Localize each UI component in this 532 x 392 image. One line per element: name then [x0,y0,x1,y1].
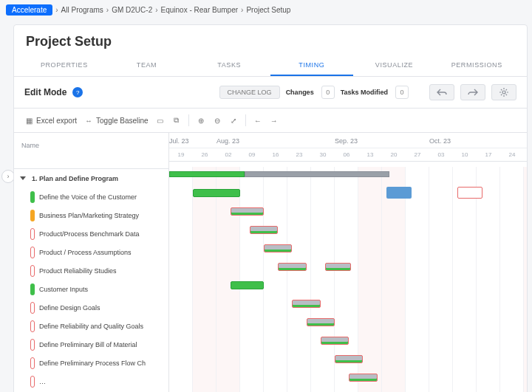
gantt-bar[interactable] [278,263,306,271]
collapse-icon[interactable] [20,176,26,180]
chevron-right-icon: › [155,6,157,14]
redo-button[interactable] [460,84,485,100]
gantt-area: Name 1. Plan and Define ProgramDefine th… [14,133,527,392]
toggle-baseline-label: Toggle Baseline [96,117,149,125]
milestone-marker[interactable] [386,187,412,199]
changes-label: Changes [286,89,314,96]
summary-bar-remaining[interactable] [245,171,389,177]
breadcrumb-item[interactable]: Equinox - Rear Bumper [161,6,239,14]
tab-properties[interactable]: PROPERTIES [23,55,106,76]
task-label: Product Reliability Studies [39,267,117,275]
status-pill [30,302,35,314]
info-icon[interactable]: ? [72,87,83,97]
page-title: Project Setup [14,25,527,55]
changes-count: 0 [321,86,335,99]
tasks-modified-count: 0 [395,86,409,99]
gantt-bar[interactable] [321,337,349,345]
breadcrumb-root[interactable]: Accelerate [6,4,52,16]
task-row[interactable]: Define the Voice of the Customer [14,188,168,206]
breadcrumb-item[interactable]: Project Setup [246,6,290,14]
excel-export-button[interactable]: ▦ Excel export [24,116,77,125]
tab-team[interactable]: TEAM [106,55,188,76]
task-row[interactable]: … [14,372,168,391]
task-label: Define Design Goals [39,304,100,312]
gantt-bar[interactable] [250,226,278,234]
day-label: 19 [169,148,193,161]
day-label: 27 [406,148,429,161]
gantt-bar[interactable] [231,281,264,289]
breadcrumb: Accelerate › All Programs › GM D2UC-2 › … [0,0,532,20]
month-label: Jul. 23 [169,133,216,148]
task-name-column: Name 1. Plan and Define ProgramDefine th… [14,133,169,392]
timeline-days: 1926020916233006132027031017240108 [169,148,527,162]
tabs: PROPERTIES TEAM TASKS TIMING VISUALIZE P… [14,55,527,77]
settings-button[interactable] [491,84,516,100]
go-prev-icon[interactable]: ← [253,116,262,125]
gantt-bar[interactable] [292,300,320,308]
chevron-right-icon: › [55,6,58,14]
task-row[interactable]: Customer Inputs [14,280,168,298]
zoom-out-icon[interactable]: ⊖ [213,116,222,125]
gantt-bar[interactable] [264,244,292,252]
timeline[interactable]: Jul. 23Aug. 23Sep. 23Oct. 23 19260209162… [169,133,527,392]
milestone-marker-outline[interactable] [457,187,482,199]
undo-button[interactable] [429,84,454,100]
toggle-baseline-button[interactable]: ↔ Toggle Baseline [84,116,149,125]
tab-permissions[interactable]: PERMISSIONS [435,55,518,76]
edit-mode-label: Edit Mode [24,87,66,97]
gantt-bar[interactable] [325,263,351,271]
task-row[interactable]: Business Plan/Marketing Strategy [14,206,168,224]
separator [245,114,246,126]
breadcrumb-item[interactable]: All Programs [61,6,103,14]
redo-icon [468,89,478,96]
month-label: Sep. 23 [335,133,429,148]
change-log-button[interactable]: CHANGE LOG [219,86,280,99]
task-row[interactable]: Product Reliability Studies [14,261,168,280]
day-label: 02 [216,148,240,161]
task-row[interactable]: Define Preliminary Process Flow Ch [14,354,168,372]
status-pill [30,210,35,221]
status-pill [30,357,35,369]
excel-export-label: Excel export [36,117,77,125]
separator [188,114,189,126]
tasks-modified-label: Tasks Modified [341,89,388,96]
task-label: … [39,378,46,385]
status-pill [30,247,35,258]
tab-visualize[interactable]: VISUALIZE [353,55,436,76]
zoom-in-icon[interactable]: ⊕ [197,116,205,125]
task-label: Product/Process Benchmark Data [39,230,140,238]
gantt-bar[interactable] [193,189,240,197]
status-pill [30,191,35,203]
day-label: 20 [382,148,406,161]
status-pill [30,339,35,351]
tab-timing[interactable]: TIMING [270,55,353,76]
task-label: Define Preliminary Bill of Material [39,341,137,348]
task-row-parent[interactable]: 1. Plan and Define Program [14,169,168,188]
day-label: 13 [358,148,382,161]
task-row[interactable]: Product / Process Assumptions [14,243,168,261]
task-row[interactable]: Define Design Goals [14,298,168,317]
status-pill [30,376,35,388]
gantt-bar[interactable] [231,207,264,216]
day-label: 30 [311,148,335,161]
excel-icon: ▦ [24,116,33,125]
task-row[interactable]: Product/Process Benchmark Data [14,224,168,243]
copy-icon[interactable]: ⧉ [172,116,181,125]
month-label: Oct. 23 [429,133,477,148]
gantt-bar[interactable] [307,318,335,326]
tab-tasks[interactable]: TASKS [188,55,270,76]
baseline-icon: ↔ [84,116,93,125]
fit-icon[interactable]: ⤢ [229,116,238,125]
go-next-icon[interactable]: → [270,116,279,125]
calendar-icon[interactable]: ▭ [156,116,165,125]
task-row[interactable]: Define Reliability and Quality Goals [14,317,168,335]
day-label: 17 [477,148,500,161]
status-pill [30,265,35,277]
undo-icon [437,89,447,96]
gantt-bar[interactable] [349,374,377,382]
task-label: Define Reliability and Quality Goals [39,323,143,330]
summary-bar-complete[interactable] [169,171,245,177]
gantt-bar[interactable] [335,355,363,363]
breadcrumb-item[interactable]: GM D2UC-2 [112,6,152,14]
task-row[interactable]: Define Preliminary Bill of Material [14,335,168,354]
